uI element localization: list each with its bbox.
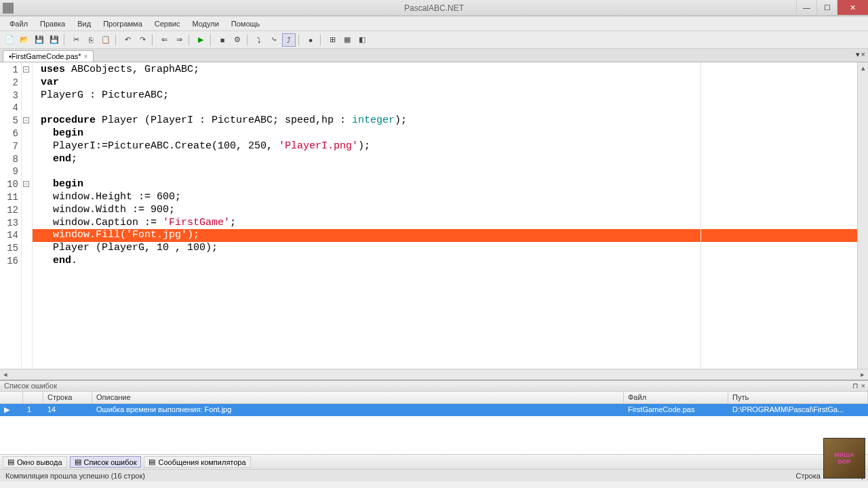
designer-icon[interactable]: ◧ [355,33,369,47]
window-title: PascalABC.NET [404,3,464,13]
error-icon: ▶ [0,404,23,416]
error-panel-title: Список ошибок [4,382,57,390]
menu-program[interactable]: Программа [98,18,148,29]
menu-view[interactable]: Вид [72,18,96,29]
margin-line [701,62,701,369]
editor[interactable]: 12345678910111213141516 −−− uses ABCobje… [0,62,868,380]
code-area[interactable]: uses ABCobjects, GraphABC;varPlayerG : P… [33,62,868,369]
col-path[interactable]: Путь [728,392,868,403]
copy-icon[interactable]: ⎘ [84,33,98,47]
tab-closeall-icon[interactable]: × [861,50,865,59]
error-table: Строка Описание Файл Путь ▶ 1 14 Ошибка … [0,392,868,454]
error-panel: Список ошибок ⊓ × Строка Описание Файл П… [0,380,868,454]
close-button[interactable]: ✕ [837,0,868,15]
compile-icon[interactable]: ⚙ [231,33,244,47]
col-file[interactable]: Файл [624,392,728,403]
fold-gutter[interactable]: −−− [22,62,33,369]
tab-output[interactable]: ▤ Окно вывода [3,456,67,468]
cut-icon[interactable]: ✂ [69,33,83,47]
status-message: Компиляция прошла успешно (16 строк) [5,472,145,480]
watermark-logo: МИШАБОР [823,438,865,479]
open-icon[interactable]: 📂 [18,33,31,47]
tab-errors[interactable]: ▤ Список ошибок [70,456,142,468]
col-desc[interactable]: Описание [92,392,624,403]
form-icon[interactable]: ▦ [340,33,354,47]
horizontal-scrollbar[interactable]: ◂ ▸ [0,369,868,380]
saveall-icon[interactable]: 💾 [47,33,61,47]
bottom-tabbar: ▤ Окно вывода ▤ Список ошибок ▤ Сообщени… [0,454,868,469]
new-icon[interactable]: 📄 [3,33,16,47]
nav-back-icon[interactable]: ⇐ [157,33,171,47]
menu-modules[interactable]: Модули [186,18,224,29]
tab-label: •FirstGameCode.pas* [9,52,81,60]
save-icon[interactable]: 💾 [33,33,46,47]
app-icon [3,3,14,14]
breakpoint-icon[interactable]: ● [304,33,317,47]
error-panel-header: Список ошибок ⊓ × [0,381,868,392]
step-out-icon[interactable]: ⤴ [282,33,296,47]
error-columns: Строка Описание Файл Путь [0,392,868,404]
run-icon[interactable]: ▶ [194,33,208,47]
paste-icon[interactable]: 📋 [99,33,113,47]
step-into-icon[interactable]: ⤷ [267,33,281,47]
menu-service[interactable]: Сервис [149,18,186,29]
toolbar: 📄 📂 💾 💾 ✂ ⎘ 📋 ↶ ↷ ⇐ ⇒ ▶ ■ ⚙ ⤵ ⤷ ⤴ ● ⊞ ▦ … [0,31,868,49]
panel-pin-icon[interactable]: ⊓ [852,382,859,390]
statusbar: Компиляция прошла успешно (16 строк) Стр… [0,469,868,481]
panel-close-icon[interactable]: × [861,382,865,390]
window-icon[interactable]: ⊞ [326,33,339,47]
tab-dropdown-icon[interactable]: ▾ [856,50,860,59]
line-gutter: 12345678910111213141516 [0,62,22,369]
menu-file[interactable]: Файл [4,18,33,29]
step-over-icon[interactable]: ⤵ [252,33,266,47]
error-row[interactable]: ▶ 1 14 Ошибка времени выполнения: Font.j… [0,404,868,416]
minimize-button[interactable]: — [796,0,816,15]
file-tab[interactable]: •FirstGameCode.pas* × [3,50,94,62]
redo-icon[interactable]: ↷ [136,33,149,47]
vertical-scrollbar[interactable]: ▴ [857,62,868,369]
nav-fwd-icon[interactable]: ⇒ [172,33,186,47]
menu-help[interactable]: Помощь [226,18,266,29]
tab-compiler[interactable]: ▤ Сообщения компилятора [144,456,250,468]
menu-edit[interactable]: Правка [35,18,71,29]
stop-icon[interactable]: ■ [216,33,229,47]
tab-close-icon[interactable]: × [84,53,88,60]
tabbar: •FirstGameCode.pas* × ▾ × [0,49,868,62]
titlebar: PascalABC.NET — ☐ ✕ [0,0,868,16]
maximize-button[interactable]: ☐ [816,0,837,15]
menubar: Файл Правка Вид Программа Сервис Модули … [0,16,868,31]
col-line[interactable]: Строка [43,392,92,403]
undo-icon[interactable]: ↶ [121,33,134,47]
